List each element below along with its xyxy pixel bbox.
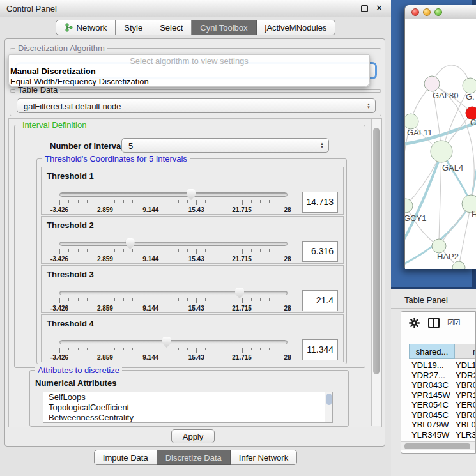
network-node[interactable] — [432, 239, 446, 253]
tab-network[interactable]: Network — [56, 20, 116, 35]
cell-name[interactable]: YPR1 — [452, 390, 476, 401]
network-canvas[interactable]: GAL80G.CGAL11GAL4GCY1HHAP2 — [405, 19, 476, 269]
table-body[interactable]: YDL19...YDL1YDR27...YDR2YBR043CYBR0YPR14… — [409, 360, 476, 441]
number-of-intervals-label: Number of Intervals — [50, 141, 128, 151]
cell-name[interactable]: YDL1 — [452, 360, 476, 371]
tab-style[interactable]: Style — [116, 20, 151, 35]
slider-track[interactable] — [59, 340, 288, 344]
cell-shared-name[interactable]: YBR045C — [409, 410, 452, 420]
table-row[interactable]: YLR345WYLR3 — [409, 430, 476, 440]
cell-shared-name[interactable]: YLR345W — [409, 430, 452, 440]
table-row[interactable]: YDL19...YDL1 — [409, 360, 476, 371]
cell-shared-name[interactable]: YDR27... — [409, 371, 452, 381]
table-row[interactable]: YBR045CYBR0 — [409, 410, 476, 420]
network-graph[interactable]: GAL80G.CGAL11GAL4GCY1HHAP2 — [405, 19, 476, 269]
float-window-icon[interactable] — [361, 5, 368, 12]
table-header: shared... n — [409, 344, 476, 359]
numerical-attributes-list[interactable]: SelfLoopsTopologicalCoefficientBetweenne… — [43, 392, 333, 423]
cell-name[interactable]: YBL0 — [452, 420, 476, 430]
attribute-list-item[interactable]: BetweennessCentrality — [43, 413, 332, 423]
node-label: H — [472, 210, 476, 219]
settings-scrollbar-thumb[interactable] — [373, 128, 380, 374]
node-label: C — [470, 118, 476, 127]
threshold-row: Threshold 4 -3.4262.8599.14415.4321.7152… — [41, 314, 344, 362]
tab-select[interactable]: Select — [151, 20, 192, 35]
network-node[interactable] — [463, 78, 476, 93]
threshold-value-field[interactable]: 6.316 — [302, 241, 338, 262]
threshold-slider[interactable]: -3.4262.8599.14415.4321.71528 — [59, 337, 288, 362]
table-data-combobox[interactable]: galFiltered.sif default node — [17, 98, 376, 113]
cell-name[interactable]: YBR0 — [452, 380, 476, 390]
apply-button[interactable]: Apply — [171, 429, 215, 443]
dropdown-option-manual-discretization[interactable]: Manual Discretization — [10, 66, 368, 76]
slider-scale-labels: -3.4262.8599.14415.4321.71528 — [59, 256, 288, 263]
column-header-name[interactable]: n — [455, 344, 476, 359]
interval-definition-group: Interval Definition Number of Intervals … — [14, 125, 365, 368]
table-row[interactable]: YPR145WYPR1 — [409, 390, 476, 401]
cell-shared-name[interactable]: YPR145W — [409, 390, 452, 401]
threshold-value-field[interactable]: 11.344 — [302, 339, 338, 360]
table-row[interactable]: YDR27...YDR2 — [409, 371, 476, 381]
tab-infer-network[interactable]: Infer Network — [231, 450, 297, 465]
tab-impute-data[interactable]: Impute Data — [94, 450, 157, 465]
slider-track[interactable] — [59, 291, 288, 295]
window-zoom-button[interactable] — [434, 8, 442, 16]
slider-track[interactable] — [59, 192, 288, 197]
network-node[interactable] — [405, 199, 413, 213]
slider-scale-labels: -3.4262.8599.14415.4321.71528 — [59, 305, 288, 312]
checkbox-filter-icon[interactable] — [447, 318, 460, 327]
threshold-slider[interactable]: -3.4262.8599.14415.4321.71528 — [59, 238, 288, 264]
attribute-list-item[interactable]: SelfLoops — [43, 392, 332, 403]
list-scrollbar[interactable] — [325, 392, 332, 422]
dropdown-option-equal-width-frequency[interactable]: Equal Width/Frequency Discretization — [10, 77, 368, 86]
network-nodes[interactable] — [405, 76, 476, 269]
gear-icon[interactable] — [409, 318, 420, 328]
cell-shared-name[interactable]: YBL079W — [409, 420, 452, 430]
close-icon[interactable]: ✕ — [376, 3, 383, 13]
stepper-icon[interactable] — [367, 103, 371, 109]
network-node[interactable] — [405, 114, 418, 129]
table-scrollbar-thumb[interactable] — [404, 443, 470, 449]
control-panel-tab-bar: NetworkStyleSelectCyni ToolboxjActiveMNo… — [0, 20, 391, 35]
tab-jactivemnodules[interactable]: jActiveMNodules — [257, 20, 336, 35]
cell-shared-name[interactable]: YER054C — [409, 400, 452, 410]
settings-vertical-scrollbar[interactable] — [371, 119, 381, 426]
table-row[interactable]: YBL079WYBL0 — [409, 420, 476, 430]
node-label: HAP2 — [437, 252, 459, 261]
network-node[interactable] — [452, 261, 465, 269]
threshold-slider[interactable]: -3.4262.8599.14415.4321.71528 — [59, 189, 288, 215]
threshold-value-field[interactable]: 14.713 — [302, 192, 338, 213]
attribute-list-item[interactable]: TopologicalCoefficient — [43, 403, 332, 413]
table-horizontal-scrollbar[interactable] — [401, 441, 475, 450]
list-scrollbar-thumb[interactable] — [326, 394, 332, 405]
window-minimize-button[interactable] — [423, 8, 431, 16]
cell-shared-name[interactable]: YBR043C — [409, 380, 452, 390]
stepper-icon[interactable] — [320, 142, 324, 149]
slider-thumb[interactable] — [126, 238, 135, 249]
network-node[interactable] — [431, 141, 452, 162]
table-row[interactable]: YER054CYER0 — [409, 400, 476, 410]
table-panel-title: Table Panel — [404, 295, 448, 305]
interval-definition-title: Interval Definition — [20, 120, 89, 130]
number-of-intervals-combobox[interactable]: 5 — [121, 138, 329, 153]
slider-thumb[interactable] — [187, 189, 196, 200]
column-header-shared-name[interactable]: shared... — [409, 344, 455, 359]
threshold-slider[interactable]: -3.4262.8599.14415.4321.71528 — [59, 288, 288, 313]
cell-shared-name[interactable]: YDL19... — [409, 360, 452, 371]
slider-thumb[interactable] — [235, 288, 244, 298]
slider-track[interactable] — [59, 242, 288, 246]
tab-cyni-toolbox[interactable]: Cyni Toolbox — [192, 20, 256, 35]
cell-name[interactable]: YBR0 — [452, 410, 476, 420]
network-node[interactable] — [424, 76, 440, 91]
select-columns-icon[interactable] — [428, 318, 440, 328]
table-row[interactable]: YBR043CYBR0 — [409, 380, 476, 390]
cell-name[interactable]: YLR3 — [452, 430, 476, 440]
slider-ticks — [59, 348, 288, 353]
cell-name[interactable]: YDR2 — [452, 371, 476, 381]
slider-thumb[interactable] — [162, 337, 171, 348]
tab-discretize-data[interactable]: Discretize Data — [157, 450, 231, 465]
cell-name[interactable]: YER0 — [452, 400, 476, 410]
threshold-value-field[interactable]: 21.4 — [302, 290, 338, 311]
window-close-button[interactable] — [411, 8, 419, 16]
threshold-row: Threshold 1 -3.4262.8599.14415.4321.7152… — [41, 167, 344, 215]
